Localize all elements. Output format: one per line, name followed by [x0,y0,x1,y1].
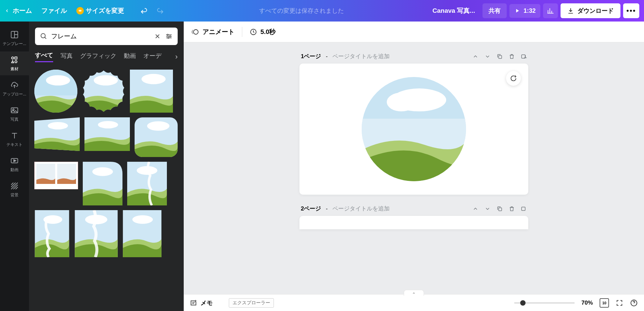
help-button[interactable] [630,299,638,307]
topbar: ホーム ファイル サイズを変更 すべての変更は保存されました Canava 写真… [0,0,644,22]
sidebar-item-text[interactable]: テキスト [0,127,29,151]
svg-point-20 [168,37,169,39]
page-delete-button[interactable] [509,53,515,60]
resize-label: サイズを変更 [86,6,124,15]
page-title-input[interactable]: ページタイトルを追加 [332,52,390,60]
topbar-nav-left: ホーム ファイル サイズを変更 [5,6,124,15]
svg-point-50 [193,30,198,34]
search-box [35,28,178,45]
page-down-button[interactable] [485,206,491,212]
comment-button[interactable] [506,71,521,86]
tabs-scroll-right[interactable]: › [175,52,178,61]
filter-tabs: すべて 写真 グラフィック 動画 オーデ › [29,51,184,66]
duration-button[interactable]: 5.0秒 [250,28,276,36]
explorer-label: エクスプローラー [229,298,274,308]
canvas-scroll[interactable]: 1ページ - ページタイトルを追加 [184,42,644,294]
fullscreen-button[interactable] [616,299,623,307]
animate-button[interactable]: アニメート [191,28,235,36]
svg-point-41 [92,167,113,176]
play-button[interactable]: 1:32 [509,4,540,18]
frame-torn-tall-1[interactable] [34,210,70,257]
resize-button[interactable]: サイズを変更 [76,6,124,15]
home-label: ホーム [13,6,32,15]
frame-rounded[interactable] [135,117,178,157]
frame-results[interactable] [29,66,184,311]
frame-torn[interactable] [127,162,167,205]
home-link[interactable]: ホーム [5,6,32,15]
download-label: ダウンロード [577,7,614,15]
tab-videos[interactable]: 動画 [124,52,136,62]
insights-button[interactable] [543,3,558,18]
page-canvas-2[interactable] [299,216,528,229]
crown-icon [76,7,84,14]
frame-square[interactable] [130,70,173,113]
page-wrap-2: 2ページ - ページタイトルを追加 [299,205,528,229]
clear-search-button[interactable] [153,32,162,40]
svg-point-31 [48,122,68,129]
page-duplicate-button[interactable] [497,206,503,212]
svg-marker-10 [14,160,16,162]
sidebar-item-templates[interactable]: テンプレー... [0,26,29,50]
tab-audio[interactable]: オーデ [143,52,162,62]
more-button[interactable]: ••• [623,3,639,18]
sidebar-item-uploads[interactable]: アップロー... [0,77,29,101]
frame-skewed[interactable] [34,117,80,151]
download-button[interactable]: ダウンロード [561,3,620,18]
tab-all[interactable]: すべて [35,51,53,62]
share-button[interactable]: 共有 [482,3,507,18]
undo-button[interactable] [137,4,151,18]
page-actions [472,53,527,60]
tab-graphics[interactable]: グラフィック [80,52,116,62]
frame-wide[interactable] [84,117,130,151]
frame-polaroid-double[interactable] [34,162,78,189]
redo-button[interactable] [153,4,167,18]
sidebar-label: 動画 [10,167,19,173]
page-up-button[interactable] [472,53,478,60]
sidebar-label: アップロー... [3,91,26,97]
svg-rect-4 [15,57,17,59]
tab-photos[interactable]: 写真 [61,52,73,62]
frame-torn-tall-2[interactable] [74,210,118,257]
search-input[interactable] [51,33,150,40]
elements-panel: すべて 写真 グラフィック 動画 オーデ › [29,22,184,311]
svg-point-26 [94,75,118,86]
page-up-button[interactable] [472,206,478,212]
filter-button[interactable] [165,32,173,40]
zoom-thumb[interactable] [520,300,526,306]
document-title[interactable]: Canava 写真... [432,6,475,15]
sidebar-label: テキスト [6,142,23,148]
frame-scalloped[interactable] [82,70,125,113]
page-add-button[interactable] [521,206,527,212]
bottombar-expand-handle[interactable] [404,290,424,296]
page-title-input[interactable]: ページタイトルを追加 [332,205,390,212]
frame-torn-tall-3[interactable] [123,210,162,257]
canvas-area: アニメート 5.0秒 1ページ - ページタイトルを追加 [184,22,644,311]
sidebar-item-photos[interactable]: 写真 [0,102,29,126]
page-delete-button[interactable] [509,206,515,212]
page-number: 2ページ [301,205,321,212]
page-duplicate-button[interactable] [497,53,503,60]
file-menu[interactable]: ファイル [41,6,67,15]
svg-point-49 [132,215,153,224]
svg-rect-59 [499,208,502,211]
svg-point-28 [142,74,166,84]
frame-circle[interactable] [34,70,77,113]
svg-rect-60 [522,207,525,210]
sidebar-item-videos[interactable]: 動画 [0,152,29,176]
page-grid-button[interactable]: 10 [600,298,609,308]
zoom-percent[interactable]: 70% [581,300,593,306]
zoom-slider[interactable] [514,302,575,304]
svg-point-24 [46,75,70,86]
svg-rect-6 [15,61,17,63]
sidebar-item-background[interactable]: 背景 [0,178,29,201]
svg-point-11 [41,34,45,38]
page-canvas-1[interactable] [299,64,528,195]
notes-button[interactable]: メモ [190,299,213,307]
duration-label: 5.0秒 [260,28,276,36]
page-down-button[interactable] [485,53,491,60]
frame-corner-rounded[interactable] [83,162,122,205]
sidebar-item-elements[interactable]: 素材 [0,51,29,75]
zoom-group: 70% 10 [514,298,638,308]
page-add-button[interactable] [521,53,527,60]
svg-point-36 [147,121,170,131]
